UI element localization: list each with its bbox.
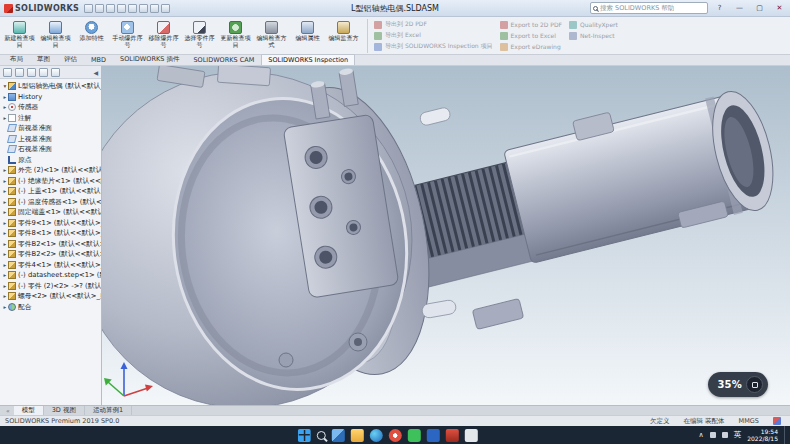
ime-indicator[interactable]: 英 bbox=[734, 430, 742, 440]
clock[interactable]: 19:54 2022/8/15 bbox=[747, 428, 778, 443]
tree-item[interactable]: ▸ 固定端盖<1> (默认<<默认>_显示状态 bbox=[0, 207, 101, 218]
edge-browser-icon[interactable] bbox=[370, 429, 383, 442]
ribbon-command-button[interactable]: 添加特性 bbox=[74, 19, 109, 48]
tree-item[interactable]: 前视基准面 bbox=[0, 123, 101, 134]
export-command-button[interactable]: Export eDrawing bbox=[500, 41, 563, 52]
view-tab[interactable]: 运动算例1 bbox=[85, 406, 132, 415]
tab-scroll-arrow-icon[interactable]: « bbox=[2, 407, 14, 414]
displaymanager-tab-icon[interactable] bbox=[51, 68, 60, 77]
tree-item[interactable]: ▸ 螺母<2> (默认<<默认>_显示状态 bbox=[0, 291, 101, 302]
maximize-button[interactable]: ▢ bbox=[751, 2, 768, 15]
tree-item[interactable]: ▸ 零件8<1> (默认<<默认>_显示状态 bbox=[0, 228, 101, 239]
tree-item[interactable]: ▾ L型铝轴热电偶 (默认<默认_显示状态-1>) bbox=[0, 81, 101, 92]
volume-icon[interactable] bbox=[722, 432, 728, 438]
tree-item[interactable]: ▸ (-) 零件 (2)<2> ->? (默认<<默认>_显 bbox=[0, 281, 101, 292]
ribbon-command-button[interactable]: 编辑检查方式 bbox=[254, 19, 289, 48]
save-icon[interactable] bbox=[106, 4, 115, 13]
undo-icon[interactable] bbox=[128, 4, 137, 13]
ribbon-tab[interactable]: MBD bbox=[84, 54, 113, 65]
command-tab-strip: 布局草图评估MBDSOLIDWORKS 插件SOLIDWORKS CAMSOLI… bbox=[0, 55, 790, 66]
minimize-button[interactable]: — bbox=[731, 2, 748, 15]
view-tab[interactable]: 3D 视图 bbox=[44, 406, 85, 415]
featuremanager-tree-tab-icon[interactable] bbox=[3, 68, 12, 77]
start-button[interactable] bbox=[298, 429, 311, 442]
export-command-button[interactable]: 导出到 SOLIDWORKS Inspection 项目 bbox=[374, 41, 493, 52]
rebuild-icon[interactable] bbox=[150, 4, 159, 13]
print-icon[interactable] bbox=[117, 4, 126, 13]
browser-icon[interactable] bbox=[389, 429, 402, 442]
ribbon-tab[interactable]: 草图 bbox=[30, 53, 57, 65]
help-search-box[interactable] bbox=[590, 2, 708, 14]
export-command-button[interactable]: Net-Inspect bbox=[569, 30, 618, 41]
ribbon-tab[interactable]: 评估 bbox=[57, 53, 84, 65]
export-command-button[interactable]: QualityXpert bbox=[569, 19, 618, 30]
tree-item[interactable]: ▸ (-) 温度传感器<1> (默认<<默认>_显 bbox=[0, 197, 101, 208]
close-button[interactable]: ✕ bbox=[771, 2, 788, 15]
units-selector[interactable]: MMGS bbox=[739, 417, 759, 425]
search-icon[interactable] bbox=[317, 431, 326, 440]
ribbon-command-button[interactable]: 更新检查项目 bbox=[218, 19, 253, 48]
ribbon-tab[interactable]: 布局 bbox=[3, 53, 30, 65]
ribbon-command-button[interactable]: 编辑监查方 bbox=[326, 19, 361, 48]
export-command-button[interactable]: Export to 2D PDF bbox=[500, 19, 563, 30]
annotations-icon bbox=[8, 114, 16, 122]
export-2d-pdf-icon bbox=[374, 21, 382, 29]
tree-item[interactable]: ▸ 传感器 bbox=[0, 102, 101, 113]
notes-icon[interactable] bbox=[465, 429, 478, 442]
status-tag-icon[interactable] bbox=[773, 417, 781, 425]
tree-item[interactable]: ▸ 零件B2<1> (默认<<默认>_显示状态 bbox=[0, 239, 101, 250]
ribbon-command-button[interactable]: 选择零件序号 bbox=[182, 19, 217, 48]
tree-item[interactable]: ▸ 零件4<1> (默认<<默认>_显示状态 bbox=[0, 260, 101, 271]
tree-item[interactable]: ▸ 零件B2<2> (默认<<默认>_显示状态 bbox=[0, 249, 101, 260]
help-button[interactable]: ? bbox=[711, 2, 728, 15]
file-explorer-icon[interactable] bbox=[351, 429, 364, 442]
tree-item[interactable]: ▸ (-) 上盖<1> (默认<<默认>_显示状态 bbox=[0, 186, 101, 197]
help-search-input[interactable] bbox=[600, 4, 705, 12]
network-icon[interactable] bbox=[710, 432, 716, 438]
ribbon-command-button[interactable]: 编辑属性 bbox=[290, 19, 325, 48]
ribbon-tab[interactable]: SOLIDWORKS Inspection bbox=[261, 54, 355, 65]
task-view-icon[interactable] bbox=[332, 429, 345, 442]
dimxpertmanager-tab-icon[interactable] bbox=[39, 68, 48, 77]
tree-item[interactable]: ▸ 配合 bbox=[0, 302, 101, 313]
tree-item[interactable]: 右视基准面 bbox=[0, 144, 101, 155]
ribbon-command-button[interactable]: 移除爆炸序号 bbox=[146, 19, 181, 48]
tree-item[interactable]: ▸ 注解 bbox=[0, 113, 101, 124]
collapse-panel-arrow-icon[interactable]: ◀ bbox=[93, 69, 98, 76]
export-command-button[interactable]: Export to Excel bbox=[500, 30, 563, 41]
tree-item[interactable]: ▸ 零件9<1> (默认<<默认>_显示状态 bbox=[0, 218, 101, 229]
options-icon[interactable] bbox=[161, 4, 170, 13]
ribbon-command-button[interactable]: 编辑检查项目 bbox=[38, 19, 73, 48]
new-file-icon[interactable] bbox=[84, 4, 93, 13]
office-icon[interactable] bbox=[427, 429, 440, 442]
overlay-button[interactable] bbox=[746, 376, 763, 393]
view-tab[interactable]: 模型 bbox=[14, 406, 44, 415]
graphics-viewport[interactable]: 35% bbox=[102, 66, 790, 405]
ribbon-tab[interactable]: SOLIDWORKS CAM bbox=[186, 54, 261, 65]
ribbon-command-button[interactable]: 手动爆炸序号 bbox=[110, 19, 145, 48]
tree-item[interactable]: ▸ (-) 绝缘垫片<1> (默认<<默认>_显示状 bbox=[0, 176, 101, 187]
propertymanager-tab-icon[interactable] bbox=[15, 68, 24, 77]
show-desktop-button[interactable] bbox=[784, 426, 787, 444]
solidworks-icon[interactable] bbox=[446, 429, 459, 442]
tree-item[interactable]: ▸ History bbox=[0, 92, 101, 103]
redo-icon[interactable] bbox=[139, 4, 148, 13]
open-file-icon[interactable] bbox=[95, 4, 104, 13]
tree-item[interactable]: 原点 bbox=[0, 155, 101, 166]
battery-overlay[interactable]: 35% bbox=[708, 372, 768, 397]
ribbon-command-button[interactable]: 新建检查项目 bbox=[2, 19, 37, 48]
export-command-button[interactable]: 导出到 2D PDF bbox=[374, 19, 493, 30]
export-command-label: 导出到 SOLIDWORKS Inspection 项目 bbox=[385, 42, 493, 51]
tray-expand-icon[interactable]: ∧ bbox=[699, 431, 704, 439]
ribbon-tab[interactable]: SOLIDWORKS 插件 bbox=[113, 53, 186, 65]
wechat-icon[interactable] bbox=[408, 429, 421, 442]
clock-date: 2022/8/15 bbox=[747, 435, 778, 442]
ribbon-command-label: 手动爆炸序号 bbox=[110, 35, 145, 48]
update-inspection-project-icon bbox=[229, 21, 242, 34]
tree-item[interactable]: ▸ (-) datasheet.step<1> (默认<<默认> bbox=[0, 270, 101, 281]
tree-item[interactable]: ▸ 外壳 (2)<1> (默认<<默认>_显示状态 bbox=[0, 165, 101, 176]
configurationmanager-tab-icon[interactable] bbox=[27, 68, 36, 77]
export-command-button[interactable]: 导出到 Excel bbox=[374, 30, 493, 41]
model-canvas[interactable] bbox=[102, 66, 790, 405]
tree-item[interactable]: 上视基准面 bbox=[0, 134, 101, 145]
